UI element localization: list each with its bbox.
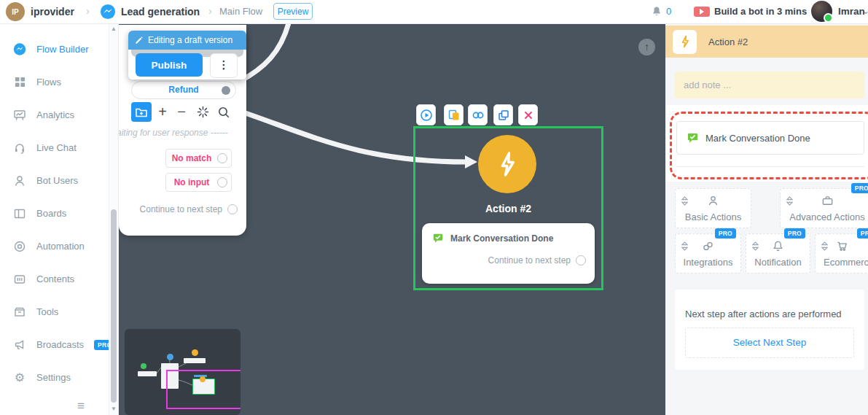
headset-icon [13,141,26,155]
youtube-icon[interactable] [694,7,710,17]
sidebar-item-tools[interactable]: Tools [0,295,109,328]
no-match-connector[interactable] [217,153,227,163]
sidebar-item-contents[interactable]: Contents [0,263,109,295]
category-advanced-actions[interactable]: Advanced Actions PRO [780,188,868,228]
sidebar-item-label: Contents [36,274,74,284]
minimap[interactable] [125,329,241,415]
sidebar-item-live-chat[interactable]: Live Chat [0,131,109,164]
scroll-to-top-button[interactable]: ↑ [638,39,655,55]
zoom-in-button[interactable]: + [154,102,171,122]
sidebar-item-analytics[interactable]: Analytics [0,98,109,131]
chat-done-icon [687,132,699,144]
add-folder-button[interactable] [131,102,152,122]
video-tutorial-link[interactable]: Build a bot in 3 mins [714,0,807,23]
no-match-label: No match [166,153,217,163]
link-node-button[interactable] [468,104,488,125]
workspace-name[interactable]: iprovider [31,0,74,23]
pro-badge: PRO [784,228,805,238]
briefcase-icon [781,195,868,207]
note-input[interactable] [675,71,864,98]
refund-label: Refund [168,85,198,95]
sidebar-item-label: Automation [36,241,85,252]
sidebar-item-label: Flow Builder [36,44,89,55]
chain-link-icon [676,240,740,252]
refund-connector-dot[interactable] [222,86,230,95]
category-label: Basic Actions [676,212,751,222]
minimap-node [138,371,157,376]
category-integrations[interactable]: Integrations PRO [675,233,741,274]
select-next-step-button[interactable]: Select Next Step [685,327,854,358]
no-input-button[interactable]: No input [165,173,232,192]
sidebar-item-bot-users[interactable]: Bot Users [0,164,109,197]
sidebar-item-settings[interactable]: ⚙ Settings [0,361,109,394]
node-settings-panel: Action #2 Mark Conversation Done Basic A… [665,23,868,415]
selected-node[interactable]: Action #2 Mark Conversation Done Continu… [413,126,603,290]
sidebar-item-label: Analytics [36,109,74,120]
flow-canvas[interactable]: Refund aiting for user response ------ N… [118,23,665,415]
action-item-card[interactable]: Mark Conversation Done [676,121,864,155]
run-node-button[interactable] [416,104,436,125]
sidebar-item-label: Bot Users [36,175,78,186]
node-action-card[interactable]: Mark Conversation Done Continue to next … [422,223,595,284]
edit-pencil-icon [135,36,144,44]
user-menu-caret-icon[interactable]: ⌄ [862,0,868,23]
continue-connector[interactable] [227,204,238,214]
zoom-out-button[interactable]: − [173,102,190,122]
waiting-for-response-label: aiting for user response ------ [118,128,241,138]
grid-icon [13,76,26,89]
duplicate-node-button[interactable] [493,104,513,125]
category-basic-actions[interactable]: Basic Actions [675,188,751,228]
refund-button[interactable]: Refund [131,81,236,99]
continue-label: Continue to next step [140,204,222,214]
category-notification[interactable]: Notification PRO [746,233,810,274]
user-name[interactable]: Imran [838,0,865,23]
user-avatar[interactable] [811,1,832,22]
draft-version-popover: Editing a draft version Publish ⋮ [128,31,246,79]
sidebar: Flow Builder Flows Analytics Live Chat [0,23,119,415]
breadcrumb-bot-name[interactable]: Lead generation [121,0,200,23]
action-node-circle[interactable] [478,135,536,193]
sidebar-item-flow-builder[interactable]: Flow Builder [0,33,109,66]
workspace-avatar[interactable]: IP [6,2,25,21]
auto-arrange-wand-button[interactable] [193,102,212,122]
search-button[interactable] [215,102,232,122]
app-window: IP iprovider › Lead generation › Main Fl… [0,0,868,415]
boards-icon [13,207,26,220]
sidebar-scrollbar[interactable]: ▲ ▼ [109,23,118,415]
sidebar-item-automation[interactable]: Automation [0,230,109,263]
play-glyph [700,9,704,15]
minimap-viewport[interactable] [166,370,241,409]
scroll-up-icon[interactable]: ▲ [109,25,118,34]
bell-icon [746,240,810,252]
no-match-button[interactable]: No match [165,149,232,168]
breadcrumb-flow-name: Main Flow [219,0,262,23]
toolbox-icon [13,306,26,319]
category-ecommerce[interactable]: Ecommerce PRO [815,233,868,274]
sidebar-item-flows[interactable]: Flows [0,66,109,98]
sidebar-collapse-icon[interactable]: ≡ [77,399,85,414]
minimap-node-dot [192,349,198,356]
publish-button[interactable]: Publish [136,53,203,77]
notification-bell-icon[interactable] [651,6,662,18]
preview-button[interactable]: Preview [273,3,313,20]
action-icon-tile [673,30,697,54]
continue-label: Continue to next step [488,255,571,265]
next-step-connector[interactable] [576,255,586,265]
panel-header: Action #2 [665,26,868,58]
action-item-label: Mark Conversation Done [705,133,810,144]
next-step-card: Next step after actions are performed Se… [675,290,864,370]
scrollbar-thumb[interactable] [111,209,117,403]
more-options-button[interactable]: ⋮ [210,53,238,78]
analytics-board-icon [13,109,26,122]
person-icon [676,195,751,207]
add-note-button[interactable] [444,104,464,125]
scroll-down-icon[interactable]: ▼ [109,405,118,414]
pro-badge: PRO [715,228,736,238]
sidebar-item-broadcasts[interactable]: Broadcasts PRO [0,328,109,361]
lightning-bolt-icon [493,150,522,179]
delete-node-button[interactable] [518,104,538,125]
notification-count: 0 [666,0,671,23]
no-input-connector[interactable] [217,177,227,187]
sidebar-item-boards[interactable]: Boards [0,197,109,230]
minimap-start-dot [141,363,146,369]
